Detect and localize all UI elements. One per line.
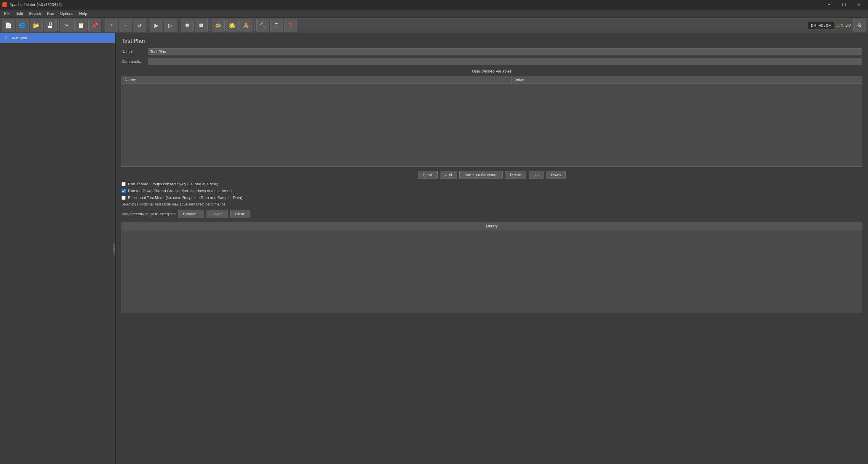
start-button[interactable]: ▶ (150, 19, 163, 32)
separator-4 (179, 20, 179, 31)
panel-title: Test Plan (122, 38, 862, 44)
menu-edit[interactable]: Edit (13, 10, 26, 17)
resizer-dot-1 (114, 246, 115, 247)
resizer-dot-3 (114, 250, 115, 251)
menu-file[interactable]: File (1, 10, 13, 17)
name-field-row: Name: (122, 48, 862, 55)
functional-note: Selecting Functional Test Mode may adver… (122, 202, 862, 206)
delete-variable-button[interactable]: Delete (505, 171, 526, 179)
menu-run[interactable]: Run (44, 10, 57, 17)
udv-title: User Defined Variables (122, 69, 862, 73)
toolbar-right: 00:00:00 ⚠ 0 0/0 ⚙ (808, 19, 866, 32)
separator-2 (103, 20, 103, 31)
udv-col-name: Name: (122, 76, 512, 84)
library-table: Library (122, 222, 862, 230)
name-label: Name: (122, 49, 148, 54)
stop-button[interactable]: ⏺ (181, 19, 194, 32)
menu-bar: File Edit Search Run Options Help (0, 9, 868, 18)
name-input[interactable] (148, 48, 862, 55)
menu-search[interactable]: Search (26, 10, 44, 17)
run-consecutive-row: Run Thread Groups consecutively (i.e. on… (122, 182, 862, 186)
minimize-button[interactable]: − (823, 0, 836, 9)
run-teardown-row: Run tearDown Thread Groups after shutdow… (122, 189, 862, 193)
save-button[interactable]: 💾 (43, 19, 57, 32)
sidebar-resizer[interactable] (113, 243, 115, 255)
add-from-clipboard-button[interactable]: Add from Clipboard (459, 171, 503, 179)
copy-button[interactable]: 📋 (74, 19, 87, 32)
toolbar: 📄 🌐 📂 💾 ✂ 📋 📌 + − ⟳ ▶ ▷ ⏺ ⏹ 🐝 🌟 🦂 🔨 🗒 ❓ … (0, 18, 868, 33)
add-variable-button[interactable]: Add (440, 171, 457, 179)
help-button[interactable]: ❓ (284, 19, 297, 32)
detail-button[interactable]: Detail (418, 171, 438, 179)
delete-classpath-button[interactable]: Delete (207, 210, 228, 218)
extra-button[interactable]: ⚙ (853, 19, 866, 32)
restore-button[interactable]: ☐ (837, 0, 851, 9)
run-consecutive-checkbox[interactable] (122, 182, 126, 186)
separator-1 (58, 20, 59, 31)
window-controls: − ☐ ✕ (823, 0, 866, 9)
toggle-button[interactable]: ⟳ (133, 19, 146, 32)
comments-input[interactable] (148, 58, 862, 65)
run-teardown-checkbox[interactable] (122, 189, 126, 193)
udv-col-value: Value (512, 76, 862, 84)
warning-badge: ⚠ 0 (836, 23, 843, 28)
cut-button[interactable]: ✂ (60, 19, 73, 32)
app-title: Apache JMeter (4.0 r1823414) (9, 2, 62, 7)
paste-button[interactable]: 📌 (88, 19, 101, 32)
clear-button[interactable]: Clear (230, 210, 250, 218)
resizer-dot-2 (114, 248, 115, 249)
library-col: Library (122, 222, 862, 230)
udv-section: User Defined Variables Name: Value (122, 69, 862, 167)
new-button[interactable]: 📄 (2, 19, 15, 32)
bees3-button[interactable]: 🦂 (240, 19, 252, 32)
content-area: Test Plan Name: Comments: User Defined V… (116, 33, 868, 464)
sidebar-item-testplan[interactable]: A Test Plan (0, 33, 115, 43)
classpath-label: Add directory or jar to classpath (122, 212, 176, 216)
main-layout: A Test Plan Test Plan Name: Comments: (0, 33, 868, 464)
classpath-row: Add directory or jar to classpath Browse… (122, 210, 862, 218)
timer-display: 00:00:00 (808, 22, 834, 29)
comments-label: Comments: (122, 59, 148, 64)
error-count: 0/0 (845, 23, 851, 28)
open-button[interactable]: 📂 (30, 19, 43, 32)
run-consecutive-label: Run Thread Groups consecutively (i.e. on… (128, 182, 218, 186)
functional-mode-checkbox[interactable] (122, 196, 126, 200)
warning-icon: ⚠ (836, 23, 840, 28)
panel: Test Plan Name: Comments: User Defined V… (116, 33, 868, 318)
shutdown-button[interactable]: ⏹ (195, 19, 208, 32)
browse-button[interactable]: Browse... (178, 210, 204, 218)
library-table-body (122, 230, 862, 313)
start-no-pauses-button[interactable]: ▷ (164, 19, 177, 32)
up-button[interactable]: Up (529, 171, 544, 179)
bees2-button[interactable]: 🌟 (225, 19, 239, 32)
functions-button[interactable]: 🔨 (256, 19, 269, 32)
udv-table: Name: Value (122, 76, 862, 84)
udv-actions: Detail Add Add from Clipboard Delete Up … (122, 171, 862, 179)
app-icon: 🔴 (2, 2, 7, 7)
down-button[interactable]: Down (546, 171, 566, 179)
menu-help[interactable]: Help (76, 10, 90, 17)
library-section: Library (122, 222, 862, 313)
udv-table-body (122, 84, 862, 167)
testplan-icon: A (3, 35, 9, 41)
functional-mode-label: Functional Test Mode (i.e. save Response… (128, 195, 242, 200)
add-button[interactable]: + (105, 19, 118, 32)
separator-5 (210, 20, 210, 31)
bees1-button[interactable]: 🐝 (212, 19, 225, 32)
title-bar-left: 🔴 Apache JMeter (4.0 r1823414) (2, 2, 62, 7)
template-button[interactable]: 🌐 (16, 19, 29, 32)
remove-button[interactable]: − (119, 19, 132, 32)
separator-3 (148, 20, 148, 31)
sidebar-item-label: Test Plan (11, 36, 27, 40)
functional-mode-row: Functional Test Mode (i.e. save Response… (122, 195, 862, 200)
title-bar: 🔴 Apache JMeter (4.0 r1823414) − ☐ ✕ (0, 0, 868, 9)
run-teardown-label: Run tearDown Thread Groups after shutdow… (128, 189, 234, 193)
warning-count: 0 (841, 23, 843, 28)
sidebar: A Test Plan (0, 33, 116, 464)
comments-field-row: Comments: (122, 58, 862, 65)
close-button[interactable]: ✕ (852, 0, 866, 9)
menu-options[interactable]: Options (57, 10, 76, 17)
log-viewer-button[interactable]: 🗒 (270, 19, 283, 32)
